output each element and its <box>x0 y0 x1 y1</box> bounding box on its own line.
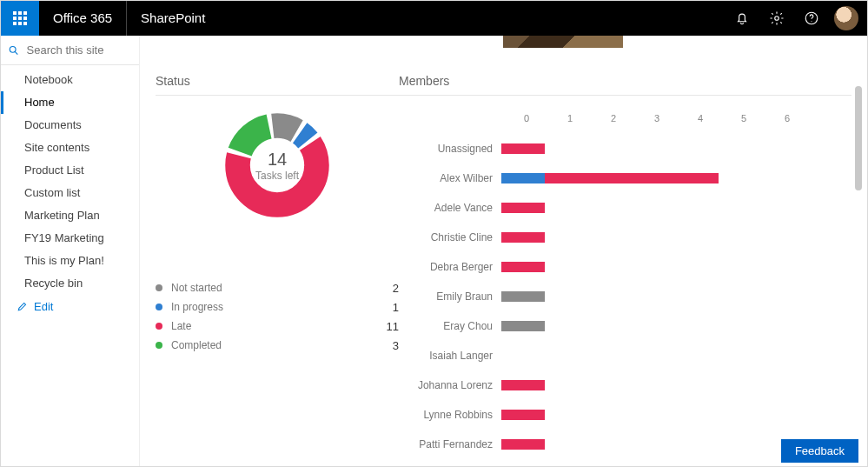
site-nav: NotebookHomeDocumentsSite contentsProduc… <box>1 65 139 317</box>
legend-label: Completed <box>171 339 378 351</box>
axis-tick: 0 <box>505 113 548 123</box>
member-bar-segment <box>501 410 545 420</box>
axis-tick: 4 <box>679 113 722 123</box>
member-bars <box>501 350 851 361</box>
nav-item[interactable]: Marketing Plan <box>1 204 139 227</box>
members-chart: 0123456 UnassignedAlex WilberAdele Vance… <box>399 113 851 459</box>
member-name: Emily Braun <box>399 290 501 303</box>
legend-row: Completed3 <box>156 336 399 355</box>
notifications-button[interactable] <box>725 1 759 36</box>
status-legend: Not started2In progress1Late11Completed3 <box>156 278 399 355</box>
suite-header: Office 365 SharePoint <box>1 1 867 36</box>
legend-value: 2 <box>378 282 399 295</box>
nav-edit-button[interactable]: Edit <box>1 295 139 317</box>
legend-value: 3 <box>378 339 399 352</box>
member-bars <box>501 232 851 243</box>
members-panel: Members 0123456 UnassignedAlex WilberAde… <box>399 74 851 459</box>
axis-tick: 5 <box>722 113 765 123</box>
member-row: Adele Vance <box>399 193 851 223</box>
member-name: Lynne Robbins <box>399 409 501 421</box>
member-name: Debra Berger <box>399 261 501 273</box>
member-bar-segment <box>501 203 545 213</box>
help-button[interactable] <box>794 1 829 36</box>
member-row: Christie Cline <box>399 223 851 252</box>
member-bar-segment <box>501 291 545 302</box>
waffle-icon <box>13 11 27 25</box>
main-content: Status 14 Tasks left Not started2In prog… <box>140 36 867 466</box>
app-label[interactable]: SharePoint <box>127 1 219 36</box>
member-name: Eray Chou <box>399 320 501 332</box>
legend-label: Late <box>171 320 378 332</box>
app-launcher-button[interactable] <box>1 1 39 36</box>
donut-center: 14 Tasks left <box>225 113 329 217</box>
pencil-icon <box>17 300 29 312</box>
svg-point-9 <box>775 17 779 21</box>
svg-point-12 <box>10 46 16 52</box>
member-row: Emily Braun <box>399 282 851 311</box>
legend-row: Late11 <box>156 317 399 336</box>
legend-value: 11 <box>378 320 399 333</box>
settings-button[interactable] <box>759 1 794 36</box>
member-bar-segment <box>501 321 545 331</box>
member-row: Isaiah Langer <box>399 341 851 370</box>
nav-item[interactable]: Product List <box>1 159 139 182</box>
user-avatar[interactable] <box>834 6 858 30</box>
search-icon <box>8 43 20 57</box>
nav-item[interactable]: Home <box>1 91 139 114</box>
scrollbar-thumb[interactable] <box>855 86 862 190</box>
member-name: Johanna Lorenz <box>399 379 501 391</box>
member-bars <box>501 173 851 183</box>
svg-rect-0 <box>13 11 17 15</box>
nav-item[interactable]: Site contents <box>1 137 139 159</box>
member-bars <box>501 410 851 420</box>
status-title: Status <box>156 74 399 96</box>
brand-label[interactable]: Office 365 <box>39 1 127 36</box>
member-bar-segment <box>501 232 545 243</box>
nav-item[interactable]: This is my Plan! <box>1 250 139 272</box>
status-donut: 14 Tasks left <box>225 113 329 217</box>
vertical-scrollbar[interactable] <box>855 86 864 460</box>
member-bar-segment <box>501 439 545 450</box>
nav-item[interactable]: Documents <box>1 114 139 137</box>
donut-number: 14 <box>268 150 287 170</box>
svg-rect-2 <box>23 11 27 15</box>
member-bar-segment <box>501 262 545 272</box>
legend-row: Not started2 <box>156 278 399 297</box>
nav-item[interactable]: Notebook <box>1 69 139 91</box>
svg-rect-7 <box>18 22 22 25</box>
legend-dot <box>156 323 162 330</box>
header-right <box>725 1 867 36</box>
legend-dot <box>156 284 162 291</box>
member-row: Unassigned <box>399 134 851 163</box>
svg-rect-1 <box>18 11 22 15</box>
status-panel: Status 14 Tasks left Not started2In prog… <box>156 74 399 459</box>
member-bars <box>501 143 851 154</box>
members-rows: UnassignedAlex WilberAdele VanceChristie… <box>399 134 851 459</box>
member-bars <box>501 380 851 390</box>
search-input[interactable] <box>27 43 132 57</box>
nav-item[interactable]: Custom list <box>1 182 139 204</box>
member-row: Eray Chou <box>399 311 851 341</box>
svg-rect-5 <box>23 17 27 20</box>
svg-point-11 <box>811 21 812 22</box>
member-bars <box>501 321 851 331</box>
member-name: Alex Wilber <box>399 172 501 184</box>
member-name: Isaiah Langer <box>399 350 501 362</box>
nav-item[interactable]: FY19 Marketing <box>1 227 139 250</box>
search-bar[interactable] <box>1 36 139 65</box>
member-bars <box>501 291 851 302</box>
left-column: NotebookHomeDocumentsSite contentsProduc… <box>1 36 140 466</box>
member-row: Debra Berger <box>399 252 851 282</box>
svg-rect-8 <box>23 22 27 25</box>
hero-strip <box>156 36 851 51</box>
member-row: Lynne Robbins <box>399 400 851 430</box>
member-name: Christie Cline <box>399 231 501 244</box>
status-donut-wrap: 14 Tasks left <box>156 113 399 217</box>
nav-item[interactable]: Recycle bin <box>1 272 139 295</box>
legend-label: In progress <box>171 301 378 313</box>
axis-tick: 3 <box>635 113 679 123</box>
member-bar-segment <box>501 173 545 183</box>
legend-row: In progress1 <box>156 297 399 317</box>
feedback-button[interactable]: Feedback <box>781 439 858 463</box>
member-bars <box>501 262 851 272</box>
